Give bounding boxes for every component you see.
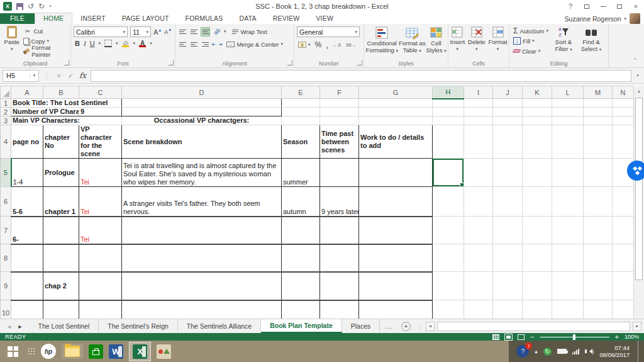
cell[interactable]: [122, 272, 282, 300]
font-color-button[interactable]: A: [139, 40, 146, 47]
row-header-8[interactable]: 8: [1, 244, 11, 272]
italic-button[interactable]: I: [84, 40, 86, 47]
select-all-corner[interactable]: [1, 86, 11, 99]
touch-keyboard-icon[interactable]: [28, 348, 35, 355]
cell-vp-count[interactable]: 9: [79, 108, 122, 116]
cell[interactable]: [584, 300, 613, 319]
col-header-g[interactable]: G: [359, 86, 433, 99]
cell[interactable]: [433, 272, 464, 300]
accounting-format-button[interactable]: $▾: [298, 40, 311, 50]
fill-button[interactable]: ↓Fill▾: [513, 36, 548, 46]
header-cell-page-no[interactable]: page no: [11, 125, 43, 159]
cell[interactable]: [523, 99, 552, 108]
cell[interactable]: [493, 108, 523, 116]
cut-button[interactable]: ✂Cut: [23, 26, 70, 36]
cell[interactable]: [584, 187, 613, 217]
format-painter-button[interactable]: Format Painter: [23, 46, 70, 56]
minimize-button[interactable]: [595, 0, 611, 13]
undo-button[interactable]: ↺: [28, 3, 34, 10]
tab-data[interactable]: DATA: [231, 13, 265, 24]
cell[interactable]: [552, 108, 584, 116]
cell[interactable]: [464, 187, 493, 217]
cell[interactable]: [552, 125, 584, 159]
customize-qat-icon[interactable]: ▾: [49, 4, 52, 9]
cell[interactable]: [493, 300, 523, 319]
cell[interactable]: [359, 300, 433, 319]
sync-tray-icon[interactable]: ↻: [543, 348, 552, 356]
cell[interactable]: [433, 116, 464, 125]
percent-style-button[interactable]: %: [315, 40, 322, 49]
underline-caret-icon[interactable]: ▾: [99, 41, 101, 46]
cell-chapter[interactable]: chap 2: [43, 272, 79, 300]
cell[interactable]: [523, 125, 552, 159]
cell[interactable]: [79, 244, 122, 272]
cell[interactable]: [122, 244, 282, 272]
cell[interactable]: [464, 244, 493, 272]
cell[interactable]: [613, 272, 634, 300]
cell[interactable]: [613, 217, 634, 244]
zoom-slider[interactable]: [540, 337, 609, 337]
col-header-e[interactable]: E: [282, 86, 320, 99]
sheet-tab-lost-sentinel[interactable]: The Lost Sentinel: [30, 319, 99, 333]
cell[interactable]: [282, 108, 320, 116]
name-box-caret-icon[interactable]: ▾: [30, 73, 38, 78]
cell[interactable]: [464, 99, 493, 108]
start-button[interactable]: [8, 346, 18, 357]
cell[interactable]: [584, 99, 613, 108]
cell[interactable]: [433, 99, 464, 108]
increase-indent-icon[interactable]: ⇥: [218, 42, 223, 47]
cell[interactable]: [523, 300, 552, 319]
orientation-button[interactable]: ab: [213, 27, 221, 36]
cell[interactable]: [584, 116, 613, 125]
cell[interactable]: [523, 244, 552, 272]
collapse-ribbon-icon[interactable]: ⌃: [633, 57, 638, 64]
header-cell-time-past[interactable]: Time past between scenes: [320, 125, 359, 159]
decrease-decimal-icon[interactable]: .00→: [345, 43, 356, 47]
cell[interactable]: [493, 217, 523, 244]
excel-app-icon[interactable]: X: [3, 2, 12, 11]
zoom-level[interactable]: 100%: [625, 334, 639, 340]
save-icon[interactable]: [16, 3, 23, 10]
font-dialog-launcher-icon[interactable]: [169, 60, 174, 65]
cell[interactable]: [584, 108, 613, 116]
cell[interactable]: [464, 116, 493, 125]
cell[interactable]: [584, 159, 613, 187]
cell[interactable]: [552, 300, 584, 319]
cell[interactable]: [433, 244, 464, 272]
sheet-tab-places[interactable]: Places: [342, 319, 380, 333]
cell[interactable]: [433, 217, 464, 244]
cell[interactable]: [493, 116, 523, 125]
cell-season[interactable]: [282, 217, 320, 244]
ribbon-display-options-button[interactable]: [579, 0, 595, 13]
col-header-j[interactable]: J: [493, 86, 523, 99]
header-cell-chapter-no[interactable]: chapter No: [43, 125, 79, 159]
normal-view-icon[interactable]: [492, 334, 499, 340]
number-format-combo[interactable]: General▾: [297, 26, 360, 37]
tab-file[interactable]: FILE: [0, 13, 35, 24]
clear-button[interactable]: Clear▾: [513, 46, 548, 56]
font-name-combo[interactable]: Calibri▾: [74, 26, 128, 37]
cell[interactable]: [523, 108, 552, 116]
tab-formulas[interactable]: FORMULAS: [177, 13, 231, 24]
cell-occasional-vp-label[interactable]: Occassional VP charactgers:: [122, 116, 282, 125]
middle-align-icon[interactable]: [189, 27, 199, 37]
fill-color-button[interactable]: [122, 40, 130, 47]
col-header-i[interactable]: I: [464, 86, 493, 99]
row-header-10[interactable]: 10: [1, 300, 11, 319]
scroll-up-icon[interactable]: ▲: [634, 86, 644, 96]
cell[interactable]: [523, 187, 552, 217]
cell[interactable]: [464, 300, 493, 319]
cell-vp-character[interactable]: Tei: [79, 159, 122, 187]
cell[interactable]: [552, 217, 584, 244]
align-center-icon[interactable]: [189, 40, 199, 49]
align-right-icon[interactable]: [201, 40, 210, 49]
cell[interactable]: [43, 244, 79, 272]
cell[interactable]: [464, 217, 493, 244]
merge-center-button[interactable]: ↔Merge & Center▾: [226, 39, 283, 49]
enter-icon[interactable]: ✓: [65, 72, 76, 80]
cell-time-past[interactable]: 9 years later: [320, 187, 359, 217]
cell[interactable]: [552, 159, 584, 187]
comma-style-button[interactable]: ,: [326, 42, 328, 47]
horizontal-scrollbar[interactable]: [437, 322, 630, 331]
bold-button[interactable]: B: [75, 40, 80, 47]
